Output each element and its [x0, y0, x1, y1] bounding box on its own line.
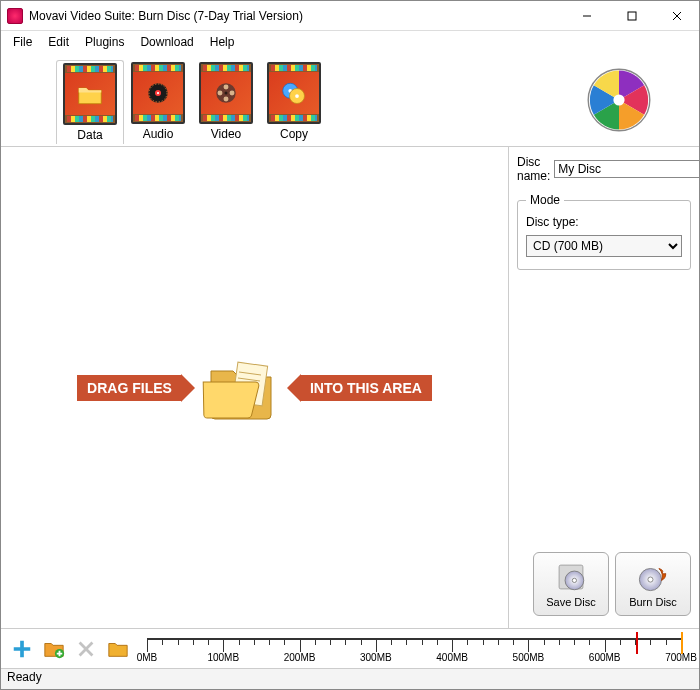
audio-tab-icon — [131, 62, 185, 124]
tab-video[interactable]: Video — [192, 59, 260, 143]
drop-area[interactable]: DRAG FILES INTO THIS AREA — [1, 147, 509, 628]
tab-label: Video — [193, 127, 259, 141]
close-button[interactable] — [654, 1, 699, 31]
menu-file[interactable]: File — [5, 33, 40, 51]
mode-legend: Mode — [526, 193, 564, 207]
folder-plus-icon — [43, 638, 65, 660]
bottom-toolbar: 0MB100MB200MB300MB400MB500MB600MB700MB — [1, 629, 699, 669]
svg-rect-1 — [628, 12, 636, 20]
video-tab-icon — [199, 62, 253, 124]
svg-point-7 — [157, 92, 159, 94]
capacity-marker-orange — [681, 632, 683, 654]
remove-button[interactable] — [73, 636, 99, 662]
ruler-label: 0MB — [137, 652, 158, 663]
app-logo-icon — [584, 65, 654, 135]
mode-group: Mode Disc type: CD (700 MB) — [517, 193, 691, 270]
window-controls — [564, 1, 699, 31]
burn-disc-icon — [636, 560, 670, 594]
tab-bar: Data Audio Video Copy — [1, 53, 699, 147]
svg-point-11 — [224, 97, 229, 102]
drop-text-right: INTO THIS AREA — [300, 375, 432, 401]
minimize-button[interactable] — [564, 1, 609, 31]
disc-name-label: Disc name: — [517, 155, 550, 183]
menu-bar: File Edit Plugins Download Help — [1, 31, 699, 53]
menu-help[interactable]: Help — [202, 33, 243, 51]
add-file-button[interactable] — [9, 636, 35, 662]
folder-icon — [107, 638, 129, 660]
tab-data[interactable]: Data — [56, 60, 124, 144]
maximize-button[interactable] — [609, 1, 654, 31]
window-title: Movavi Video Suite: Burn Disc (7-Day Tri… — [29, 9, 564, 23]
copy-tab-icon — [267, 62, 321, 124]
svg-point-26 — [572, 578, 576, 582]
app-icon — [7, 8, 23, 24]
ruler-label: 100MB — [207, 652, 239, 663]
burn-disc-label: Burn Disc — [629, 596, 677, 608]
disc-type-select[interactable]: CD (700 MB) — [526, 235, 682, 257]
tab-label: Copy — [261, 127, 327, 141]
menu-download[interactable]: Download — [132, 33, 201, 51]
title-bar: Movavi Video Suite: Burn Disc (7-Day Tri… — [1, 1, 699, 31]
ruler-label: 300MB — [360, 652, 392, 663]
ruler-label: 200MB — [284, 652, 316, 663]
svg-point-12 — [218, 91, 223, 96]
svg-point-19 — [613, 94, 624, 105]
menu-edit[interactable]: Edit — [40, 33, 77, 51]
plus-icon — [11, 638, 33, 660]
save-disc-label: Save Disc — [546, 596, 596, 608]
disc-name-input[interactable] — [554, 160, 700, 178]
save-disc-button[interactable]: Save Disc — [533, 552, 609, 616]
data-tab-icon — [63, 63, 117, 125]
status-bar: Ready — [1, 669, 699, 689]
drag-arrow-right: INTO THIS AREA — [287, 374, 432, 402]
tab-label: Data — [57, 128, 123, 142]
svg-point-9 — [224, 85, 229, 90]
tab-label: Audio — [125, 127, 191, 141]
svg-point-17 — [295, 94, 299, 98]
burn-disc-button[interactable]: Burn Disc — [615, 552, 691, 616]
tab-copy[interactable]: Copy — [260, 59, 328, 143]
browse-button[interactable] — [105, 636, 131, 662]
drop-text-left: DRAG FILES — [77, 375, 182, 401]
folder-icon — [201, 346, 281, 430]
add-folder-button[interactable] — [41, 636, 67, 662]
capacity-marker-red — [636, 632, 638, 654]
drag-arrow-left: DRAG FILES — [77, 374, 195, 402]
ruler-label: 500MB — [513, 652, 545, 663]
menu-plugins[interactable]: Plugins — [77, 33, 132, 51]
save-disc-icon — [554, 560, 588, 594]
tab-audio[interactable]: Audio — [124, 59, 192, 143]
delete-icon — [75, 638, 97, 660]
main-body: DRAG FILES INTO THIS AREA Disc n — [1, 147, 699, 629]
ruler-label: 600MB — [589, 652, 621, 663]
ruler-label: 400MB — [436, 652, 468, 663]
svg-point-13 — [225, 92, 228, 95]
disc-type-label: Disc type: — [526, 215, 682, 229]
right-panel: Disc name: Mode Disc type: CD (700 MB) S… — [509, 147, 699, 628]
svg-point-10 — [230, 91, 235, 96]
capacity-ruler: 0MB100MB200MB300MB400MB500MB600MB700MB — [147, 634, 681, 664]
svg-point-28 — [648, 577, 653, 582]
